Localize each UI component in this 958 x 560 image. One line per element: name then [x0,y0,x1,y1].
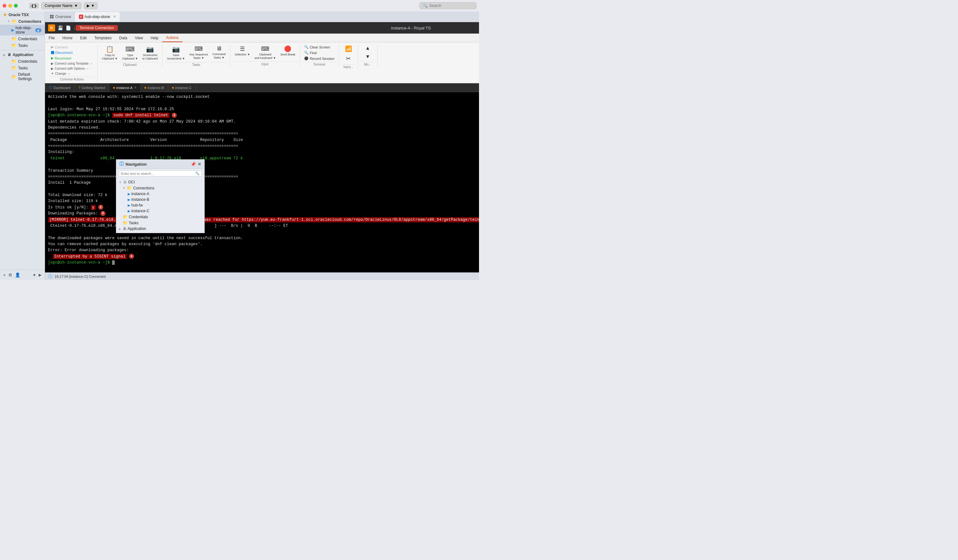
credentials-folder-icon: 📁 [11,36,16,41]
nav-item-connections[interactable]: ▼ 📁 Connections [116,185,205,191]
nav-item-tasks[interactable]: 📁 Tasks [116,220,205,226]
nav-item-hub-fw[interactable]: ▶ hub-fw [116,202,205,208]
settings-button[interactable]: ⚙ [8,273,12,278]
ribbon-tab-templates[interactable]: Templates [90,33,116,42]
sidebar-item-credentials[interactable]: 📁 Credentials [0,35,45,42]
computer-name-dropdown[interactable]: Computer Name ▼ [41,2,81,9]
copy-to-clipboard-button[interactable]: 📋 Copy toClipboard ▼ [100,44,120,62]
inst-c-label: instance-C [132,209,149,213]
search-input[interactable] [429,3,467,8]
record-icon: ⚫ [304,56,309,60]
person-button[interactable]: 👤 [15,273,20,278]
ribbon-tab-home[interactable]: Home [59,33,76,42]
term-tab-instance-c[interactable]: ■ instance-C [168,83,196,92]
disconnect-button[interactable]: Disconnect [49,50,94,55]
command-tasks-button[interactable]: 🖥 CommandTasks ▼ [210,44,227,60]
nav-tree: ▼ 🖥 OCI ▼ 📁 Connections ▶ instance-A [116,178,205,233]
reconnect-button[interactable]: ▶ Reconnect [49,56,94,61]
star-button[interactable]: ★ [33,273,36,277]
back-forward-btn[interactable]: ❮❯ [29,3,39,8]
add-button[interactable]: + [3,273,6,278]
nav-item-instance-b[interactable]: ▶ instance-B [116,197,205,202]
change-icon: ⚘ [51,72,54,75]
play-sidebar-button[interactable]: ▶ [39,273,41,277]
tab-overview[interactable]: Overview [46,12,75,22]
instance-c-tab-label: instance-C [175,86,192,90]
ribbon-tab-file[interactable]: File [45,33,59,42]
connect-options-button[interactable]: ▶ Connect with Options → [49,66,94,71]
ribbon-content: ▶ Connect Disconnect ▶ Reconnect [45,43,479,83]
nav-item-instance-a[interactable]: ▶ instance-A [116,191,205,197]
inst-a-label: instance-A [132,192,149,196]
scissors-button[interactable]: ✂ [341,54,355,63]
sidebar-item-app-default[interactable]: 📁 Default Settings [0,71,45,82]
tab-close-button[interactable]: ✕ [113,14,116,19]
term-tab-dashboard[interactable]: ⓘ Dashboard [45,83,75,92]
nav-search[interactable]: 🔍 [119,170,202,176]
sidebar-item-app-credentials[interactable]: 📁 Credentials [0,58,45,65]
input-buttons-row: ☰ Selection ▼ ⌨ Clipboardand Keyboard ▼ … [233,44,297,61]
callout-2: 2 [98,205,103,210]
arrow-icon[interactable]: ↓ [73,25,76,30]
send-break-button[interactable]: 🛑 Send Break [278,44,297,57]
terminal-content[interactable]: Activate the web console with: systemctl… [45,92,479,273]
ribbon-tab-data[interactable]: Data [115,33,131,42]
nav-search-input[interactable] [121,172,194,176]
tasks-buttons-row: 📷 SaveScreenshot ▼ ⌨ Key SequenceTasks ▼… [165,44,227,62]
screenshot-clipboard-button[interactable]: 📷 Screenshotto Clipboard [140,44,160,62]
sidebar-item-tasks[interactable]: 📁 Tasks [0,42,45,49]
ribbon-group-input: ☰ Selection ▼ ⌨ Clipboardand Keyboard ▼ … [230,44,300,67]
close-button[interactable] [3,4,6,8]
tab-hub-step-stone[interactable]: X hub-step-stone ✕ [75,12,120,22]
nav-item-oci[interactable]: ▼ 🖥 OCI [116,179,205,185]
key-sequence-button[interactable]: ⌨ Key SequenceTasks ▼ [187,44,210,61]
wifi-button[interactable]: 📶 [341,44,355,54]
terminal-tabs: ⓘ Dashboard ? Getting Started ■ instance… [45,83,479,92]
cmd-highlight-2: y [91,205,96,210]
record-session-button[interactable]: ⚫ Record Session [303,56,336,61]
clipboard-keyboard-button[interactable]: ⌨ Clipboardand Keyboard ▼ [252,44,278,61]
oracle-tsx-header[interactable]: ★ Oracle TSX [0,11,45,18]
tab-a-close-icon[interactable]: ✕ [134,86,136,89]
connect-template-button[interactable]: ▶ Connect using Template → [49,61,94,66]
save-screenshot-button[interactable]: 📷 SaveScreenshot ▼ [165,44,187,62]
credentials-label: Credentials [18,37,37,41]
ribbon-tab-help[interactable]: Help [147,33,162,42]
term-tab-instance-a[interactable]: ■ instance-A ✕ [109,83,141,92]
type-clipboard-button[interactable]: ⌨ TypeClipboard ▼ [121,44,140,62]
pin-icon[interactable]: 📌 [191,162,196,167]
nav-item-application[interactable]: ▶ 🖥 Application [116,226,205,232]
copy-clipboard-label: Copy toClipboard ▼ [102,54,118,60]
change-button[interactable]: ⚘ Change → [49,71,94,76]
cred-nav-label: Credentials [129,215,148,219]
search-bar[interactable]: 🔍 [419,2,476,9]
term-tab-instance-b[interactable]: ■ instance-B [141,83,168,92]
ribbon-tab-edit[interactable]: Edit [76,33,90,42]
app-expand-icon: ▶ [3,53,6,57]
input2-stacked: 📶 ✂ [341,44,355,63]
nav-close-icon[interactable]: ✕ [198,162,201,167]
more-btn1[interactable]: ▲ [361,44,375,52]
sidebar-item-hub-step-stone[interactable]: ▶ hub-step-stone ▲ [0,25,45,35]
terminal-section: ⓘ Navigation 📌 ✕ 🔍 ▼ 🖥 O [45,83,479,280]
doc-icon[interactable]: 📄 [65,25,71,30]
find-button[interactable]: 🔍 Find [303,50,336,56]
sidebar-item-app-tasks[interactable]: 📁 Tasks [0,65,45,71]
selection-button[interactable]: ☰ Selection ▼ [233,44,252,57]
connect-button[interactable]: ▶ Connect [49,44,94,50]
connections-group[interactable]: ▼ 📁 Connections [0,18,45,25]
maximize-button[interactable] [14,4,18,8]
clear-screen-button[interactable]: 🔍 Clear Screen [303,44,336,50]
reconnect-label: Reconnect [55,56,71,60]
minimize-button[interactable] [8,4,12,8]
application-group[interactable]: ▶ 🖥 Application [0,52,45,58]
save-icon[interactable]: 💾 [58,25,63,30]
play-dropdown[interactable]: ▶ ▼ [84,2,98,9]
ribbon-tab-actions[interactable]: Actions [162,33,182,42]
term-tab-getting-started[interactable]: ? Getting Started [75,83,109,92]
nav-item-instance-c[interactable]: ▶ instance-C [116,208,205,214]
more-btn2[interactable]: ▼ [361,53,375,61]
nav-item-credentials[interactable]: 📁 Credentials [116,214,205,220]
app-icon: 🖥 [7,52,11,57]
ribbon-tab-view[interactable]: View [131,33,147,42]
